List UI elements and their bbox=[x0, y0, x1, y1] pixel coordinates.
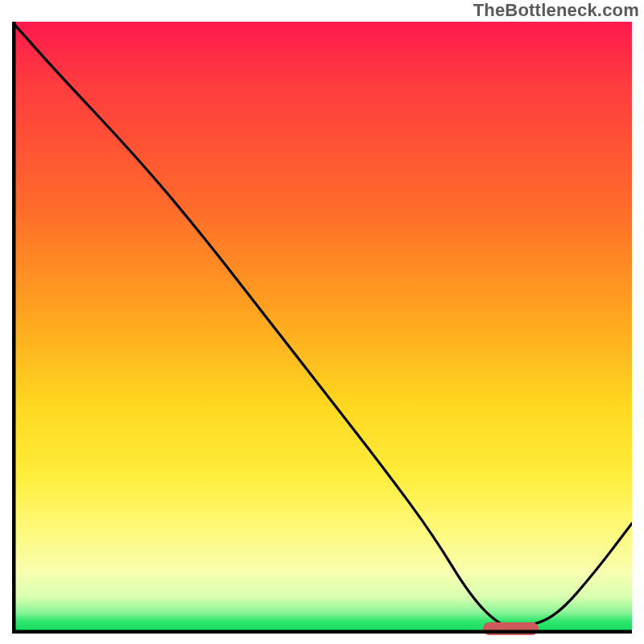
gradient-background bbox=[12, 22, 632, 634]
chart-root: TheBottleneck.com bbox=[0, 0, 644, 644]
watermark-text: TheBottleneck.com bbox=[473, 0, 639, 21]
plot-area bbox=[12, 22, 632, 634]
